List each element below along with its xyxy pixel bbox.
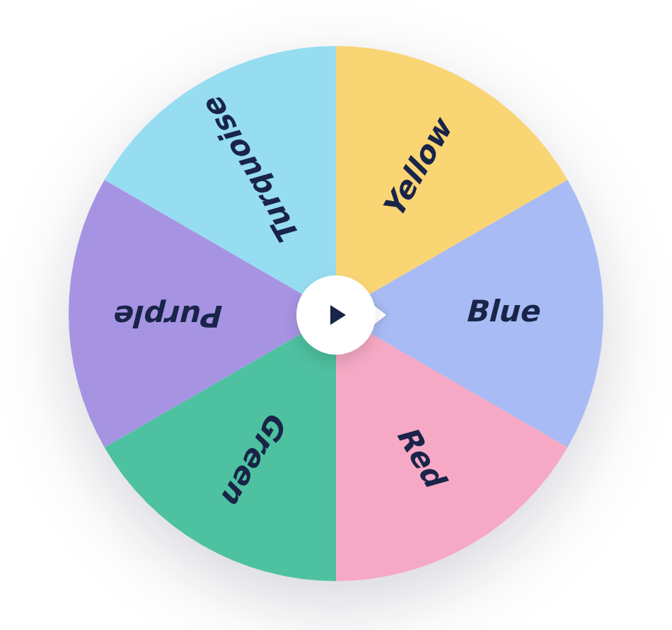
spinner-wheel: BlueRedGreenPurpleTurquoiseYellow	[67, 45, 605, 585]
spin-button[interactable]	[296, 275, 376, 355]
wheel-segment-label: Purple	[114, 299, 225, 333]
wheel-segment-label: Blue	[465, 294, 540, 328]
play-icon	[322, 301, 350, 329]
